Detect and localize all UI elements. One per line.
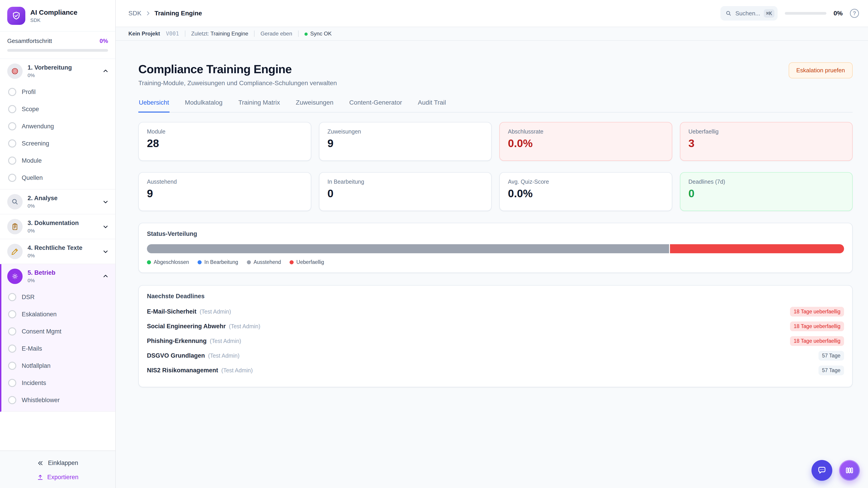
stat-card-deadlines-7d: Deadlines (7d) 0 [680,172,853,211]
sidebar-item-emails[interactable]: E-Mails [1,340,115,357]
sidebar-section-vorbereitung: 1. Vorbereitung 0% Profil Scope Anwendun… [0,59,115,190]
header-progress-bar [785,12,827,15]
sync-status-icon [305,33,308,36]
tab-content-generator[interactable]: Content-Generator [349,99,402,112]
section-percent: 0% [28,72,72,78]
stat-card-zuweisungen: Zuweisungen 9 [319,122,492,161]
sidebar-item-quellen[interactable]: Quellen [0,169,115,186]
sidebar-item-dsr[interactable]: DSR [1,289,115,306]
chevron-up-icon [102,68,109,74]
deadline-row: E-Mail-Sicherheit (Test Admin) 18 Tage u… [147,304,844,319]
upload-icon [37,474,43,481]
sidebar-item-incidents[interactable]: Incidents [1,375,115,392]
step-status-icon [8,327,16,335]
question-circle-icon[interactable]: ? [850,9,859,18]
last-saved-time: Gerade eben [260,31,292,37]
due-badge: 57 Tage [818,365,844,375]
section-header-dokumentation[interactable]: 3. Dokumentation 0% [0,215,115,239]
tab-audit-trail[interactable]: Audit Trail [417,99,447,112]
page-content: Compliance Training Engine Training-Modu… [116,41,868,488]
stat-card-ueberfaellig: Ueberfaellig 3 [680,122,853,161]
brand-subtitle: SDK [30,18,77,23]
sidebar-section-rechtliche-texte: 4. Rechtliche Texte 0% [0,239,115,264]
breadcrumb-current: Training Engine [155,10,202,17]
brand-title: AI Compliance [30,8,77,17]
deadline-row: DSGVO Grundlagen (Test Admin) 57 Tage [147,348,844,363]
legend-dot-in-bearbeitung [197,260,202,264]
chevron-up-icon [102,273,109,280]
clipboard-icon [7,219,23,234]
check-escalation-button[interactable]: Eskalation pruefen [789,62,852,78]
breadcrumb-root[interactable]: SDK [128,10,142,17]
sidebar-nav: 1. Vorbereitung 0% Profil Scope Anwendun… [0,59,115,451]
stat-card-abschlussrate: Abschlussrate 0.0% [499,122,672,161]
overall-progress-label: Gesamtfortschritt [7,37,52,44]
section-header-vorbereitung[interactable]: 1. Vorbereitung 0% [0,59,115,84]
sidebar-item-whistleblower[interactable]: Whistleblower [1,392,115,409]
step-status-icon [8,379,16,387]
step-status-icon [8,310,16,318]
project-status: Kein Projekt [128,31,160,37]
double-chevron-left-icon [37,460,44,466]
step-status-icon [8,345,16,353]
chat-bubble-icon [817,465,827,475]
step-status-icon [8,362,16,370]
step-status-icon [8,139,16,148]
section-label: 1. Vorbereitung [28,64,72,72]
columns-icon [844,465,855,475]
tab-bar: Uebersicht Modulkatalog Training Matrix … [138,99,852,112]
search-placeholder: Suchen... [735,10,760,17]
last-label: Zuletzt: [191,31,209,37]
section-header-rechtliche-texte[interactable]: 4. Rechtliche Texte 0% [0,239,115,264]
section-header-betrieb[interactable]: 5. Betrieb 0% [1,264,115,289]
next-deadlines-title: Naechste Deadlines [147,293,844,300]
bar-segment-ueberfaellig [670,244,844,253]
sidebar-item-anwendung[interactable]: Anwendung [0,118,115,135]
tab-zuweisungen[interactable]: Zuweisungen [296,99,334,112]
chevron-right-icon [145,10,151,16]
header-progress-value: 0% [834,10,843,17]
search-input[interactable]: Suchen... ⌘K [720,6,777,21]
export-button[interactable]: Exportieren [7,470,108,482]
page-subtitle: Training-Module, Zuweisungen und Complia… [138,79,337,87]
step-status-icon [8,105,16,113]
sync-status: Sync OK [310,31,332,37]
topbar: SDK Training Engine Suchen... ⌘K 0% ? [116,0,868,27]
section-header-analyse[interactable]: 2. Analyse 0% [0,190,115,214]
overall-progress-bar [7,49,108,52]
sidebar-section-analyse: 2. Analyse 0% [0,190,115,215]
tab-uebersicht[interactable]: Uebersicht [138,99,169,112]
collapse-sidebar-button[interactable]: Einklappen [7,456,108,470]
sidebar-item-screening[interactable]: Screening [0,135,115,152]
step-status-icon [8,88,16,96]
floating-buttons [811,460,860,481]
main-column: SDK Training Engine Suchen... ⌘K 0% ? [116,0,868,488]
tab-modulkatalog[interactable]: Modulkatalog [184,99,223,112]
step-status-icon [8,396,16,404]
tab-training-matrix[interactable]: Training Matrix [238,99,280,112]
chat-button[interactable] [811,460,832,481]
status-distribution-panel: Status-Verteilung Abgeschlossen In Bearb… [138,223,852,273]
panels-button[interactable] [839,460,860,481]
app-window: AI Compliance SDK Gesamtfortschritt 0% [0,0,868,488]
sidebar-item-module[interactable]: Module [0,152,115,169]
pencil-icon [7,244,23,259]
shield-check-icon [11,11,21,21]
status-legend: Abgeschlossen In Bearbeitung Ausstehend … [147,259,844,265]
chevron-down-icon [102,198,109,205]
step-status-icon [8,157,16,165]
chevron-down-icon [102,223,109,230]
sidebar: AI Compliance SDK Gesamtfortschritt 0% [0,0,116,488]
sidebar-item-consent-mgmt[interactable]: Consent Mgmt [1,323,115,340]
sidebar-item-scope[interactable]: Scope [0,101,115,118]
sidebar-item-eskalationen[interactable]: Eskalationen [1,306,115,323]
sidebar-item-profil[interactable]: Profil [0,84,115,101]
step-status-icon [8,174,16,182]
search-icon [725,10,732,17]
stat-card-in-bearbeitung: In Bearbeitung 0 [319,172,492,211]
sidebar-footer: Einklappen Exportieren [0,451,115,488]
overall-progress: Gesamtfortschritt 0% [0,32,115,59]
sidebar-item-notfallplan[interactable]: Notfallplan [1,357,115,375]
breadcrumb: SDK Training Engine [128,10,202,17]
stat-card-ausstehend: Ausstehend 9 [138,172,311,211]
